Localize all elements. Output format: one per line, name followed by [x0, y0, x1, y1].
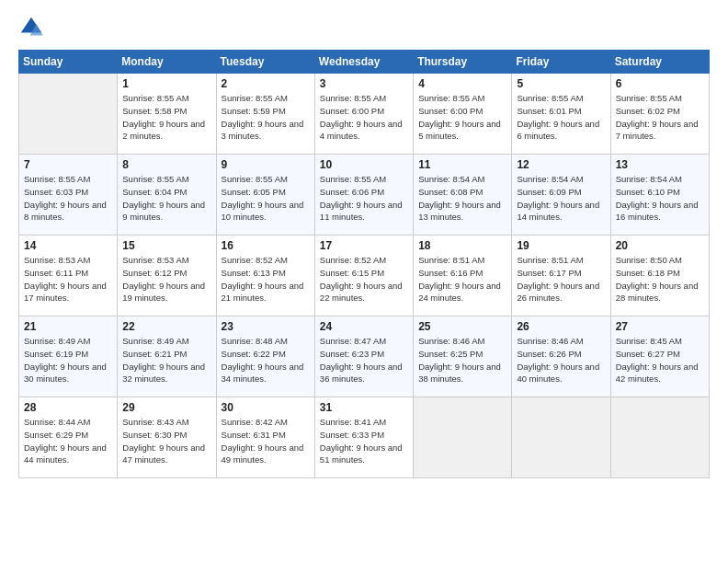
day-number: 14	[24, 239, 112, 252]
day-number: 24	[320, 320, 408, 333]
day-number: 27	[616, 320, 704, 333]
calendar-week: 1 Sunrise: 8:55 AMSunset: 5:58 PMDayligh…	[19, 74, 710, 155]
calendar-body: 1 Sunrise: 8:55 AMSunset: 5:58 PMDayligh…	[19, 74, 710, 478]
calendar-week: 14 Sunrise: 8:53 AMSunset: 6:11 PMDaylig…	[19, 236, 710, 316]
day-number: 31	[320, 401, 408, 414]
day-number: 21	[24, 320, 112, 333]
calendar: SundayMondayTuesdayWednesdayThursdayFrid…	[18, 50, 710, 478]
day-info: Sunrise: 8:53 AMSunset: 6:11 PMDaylight:…	[24, 255, 107, 303]
day-number: 11	[418, 158, 506, 171]
calendar-cell: 7 Sunrise: 8:55 AMSunset: 6:03 PMDayligh…	[19, 155, 118, 236]
day-number: 1	[122, 77, 210, 90]
day-info: Sunrise: 8:52 AMSunset: 6:15 PMDaylight:…	[320, 255, 403, 303]
calendar-week: 28 Sunrise: 8:44 AMSunset: 6:29 PMDaylig…	[19, 397, 710, 478]
calendar-cell: 5 Sunrise: 8:55 AMSunset: 6:01 PMDayligh…	[512, 74, 610, 155]
day-number: 15	[122, 239, 210, 252]
calendar-cell: 10 Sunrise: 8:55 AMSunset: 6:06 PMDaylig…	[314, 155, 413, 236]
logo-icon	[18, 15, 44, 40]
day-number: 5	[517, 77, 605, 90]
calendar-cell: 17 Sunrise: 8:52 AMSunset: 6:15 PMDaylig…	[314, 236, 413, 316]
calendar-cell: 20 Sunrise: 8:50 AMSunset: 6:18 PMDaylig…	[610, 236, 709, 316]
calendar-cell: 26 Sunrise: 8:46 AMSunset: 6:26 PMDaylig…	[512, 316, 610, 397]
day-info: Sunrise: 8:55 AMSunset: 6:02 PMDaylight:…	[616, 93, 699, 141]
day-info: Sunrise: 8:54 AMSunset: 6:09 PMDaylight:…	[517, 174, 599, 222]
day-number: 6	[616, 77, 704, 90]
day-number: 13	[616, 158, 704, 171]
weekday-header: Monday	[118, 51, 216, 74]
weekday-header: Sunday	[19, 51, 118, 74]
day-info: Sunrise: 8:47 AMSunset: 6:23 PMDaylight:…	[320, 336, 403, 384]
calendar-cell	[19, 74, 118, 155]
day-info: Sunrise: 8:53 AMSunset: 6:12 PMDaylight:…	[122, 255, 205, 303]
day-number: 12	[517, 158, 605, 171]
calendar-cell	[512, 397, 610, 478]
calendar-cell: 24 Sunrise: 8:47 AMSunset: 6:23 PMDaylig…	[314, 316, 413, 397]
calendar-week: 21 Sunrise: 8:49 AMSunset: 6:19 PMDaylig…	[19, 316, 710, 397]
header	[18, 15, 710, 40]
day-info: Sunrise: 8:55 AMSunset: 5:59 PMDaylight:…	[222, 93, 304, 141]
day-number: 7	[24, 158, 112, 171]
day-info: Sunrise: 8:49 AMSunset: 6:19 PMDaylight:…	[24, 336, 107, 384]
day-info: Sunrise: 8:55 AMSunset: 6:00 PMDaylight:…	[418, 93, 501, 141]
calendar-cell: 18 Sunrise: 8:51 AMSunset: 6:16 PMDaylig…	[414, 236, 512, 316]
calendar-cell: 11 Sunrise: 8:54 AMSunset: 6:08 PMDaylig…	[414, 155, 512, 236]
day-info: Sunrise: 8:55 AMSunset: 6:03 PMDaylight:…	[24, 174, 107, 222]
weekday-row: SundayMondayTuesdayWednesdayThursdayFrid…	[19, 51, 710, 74]
calendar-cell: 21 Sunrise: 8:49 AMSunset: 6:19 PMDaylig…	[19, 316, 118, 397]
calendar-cell: 4 Sunrise: 8:55 AMSunset: 6:00 PMDayligh…	[414, 74, 512, 155]
day-number: 29	[122, 401, 210, 414]
day-number: 22	[122, 320, 210, 333]
page: SundayMondayTuesdayWednesdayThursdayFrid…	[0, 0, 728, 563]
calendar-cell	[414, 397, 512, 478]
calendar-cell: 13 Sunrise: 8:54 AMSunset: 6:10 PMDaylig…	[610, 155, 709, 236]
day-info: Sunrise: 8:46 AMSunset: 6:26 PMDaylight:…	[517, 336, 599, 384]
day-info: Sunrise: 8:45 AMSunset: 6:27 PMDaylight:…	[616, 336, 699, 384]
day-number: 28	[24, 401, 112, 414]
day-number: 23	[222, 320, 310, 333]
day-info: Sunrise: 8:42 AMSunset: 6:31 PMDaylight:…	[222, 417, 304, 465]
day-number: 3	[320, 77, 408, 90]
calendar-cell: 25 Sunrise: 8:46 AMSunset: 6:25 PMDaylig…	[414, 316, 512, 397]
calendar-cell: 16 Sunrise: 8:52 AMSunset: 6:13 PMDaylig…	[216, 236, 314, 316]
day-number: 8	[122, 158, 210, 171]
day-number: 26	[517, 320, 605, 333]
day-number: 30	[222, 401, 310, 414]
calendar-cell: 1 Sunrise: 8:55 AMSunset: 5:58 PMDayligh…	[118, 74, 216, 155]
calendar-header: SundayMondayTuesdayWednesdayThursdayFrid…	[19, 51, 710, 74]
day-info: Sunrise: 8:48 AMSunset: 6:22 PMDaylight:…	[222, 336, 304, 384]
calendar-cell	[610, 397, 709, 478]
day-info: Sunrise: 8:51 AMSunset: 6:16 PMDaylight:…	[418, 255, 501, 303]
calendar-cell: 8 Sunrise: 8:55 AMSunset: 6:04 PMDayligh…	[118, 155, 216, 236]
weekday-header: Wednesday	[314, 51, 413, 74]
calendar-cell: 22 Sunrise: 8:49 AMSunset: 6:21 PMDaylig…	[118, 316, 216, 397]
day-number: 10	[320, 158, 408, 171]
weekday-header: Saturday	[610, 51, 709, 74]
calendar-cell: 19 Sunrise: 8:51 AMSunset: 6:17 PMDaylig…	[512, 236, 610, 316]
calendar-cell: 2 Sunrise: 8:55 AMSunset: 5:59 PMDayligh…	[216, 74, 314, 155]
day-number: 9	[222, 158, 310, 171]
day-info: Sunrise: 8:43 AMSunset: 6:30 PMDaylight:…	[122, 417, 205, 465]
day-info: Sunrise: 8:51 AMSunset: 6:17 PMDaylight:…	[517, 255, 599, 303]
calendar-cell: 31 Sunrise: 8:41 AMSunset: 6:33 PMDaylig…	[314, 397, 413, 478]
day-number: 4	[418, 77, 506, 90]
day-number: 19	[517, 239, 605, 252]
calendar-cell: 28 Sunrise: 8:44 AMSunset: 6:29 PMDaylig…	[19, 397, 118, 478]
calendar-cell: 14 Sunrise: 8:53 AMSunset: 6:11 PMDaylig…	[19, 236, 118, 316]
weekday-header: Tuesday	[216, 51, 314, 74]
day-number: 16	[222, 239, 310, 252]
calendar-cell: 29 Sunrise: 8:43 AMSunset: 6:30 PMDaylig…	[118, 397, 216, 478]
calendar-cell: 6 Sunrise: 8:55 AMSunset: 6:02 PMDayligh…	[610, 74, 709, 155]
day-info: Sunrise: 8:41 AMSunset: 6:33 PMDaylight:…	[320, 417, 403, 465]
calendar-cell: 30 Sunrise: 8:42 AMSunset: 6:31 PMDaylig…	[216, 397, 314, 478]
calendar-cell: 15 Sunrise: 8:53 AMSunset: 6:12 PMDaylig…	[118, 236, 216, 316]
calendar-cell: 9 Sunrise: 8:55 AMSunset: 6:05 PMDayligh…	[216, 155, 314, 236]
day-info: Sunrise: 8:46 AMSunset: 6:25 PMDaylight:…	[418, 336, 501, 384]
calendar-cell: 27 Sunrise: 8:45 AMSunset: 6:27 PMDaylig…	[610, 316, 709, 397]
calendar-week: 7 Sunrise: 8:55 AMSunset: 6:03 PMDayligh…	[19, 155, 710, 236]
calendar-cell: 12 Sunrise: 8:54 AMSunset: 6:09 PMDaylig…	[512, 155, 610, 236]
day-info: Sunrise: 8:49 AMSunset: 6:21 PMDaylight:…	[122, 336, 205, 384]
day-number: 25	[418, 320, 506, 333]
weekday-header: Friday	[512, 51, 610, 74]
day-number: 20	[616, 239, 704, 252]
day-number: 17	[320, 239, 408, 252]
